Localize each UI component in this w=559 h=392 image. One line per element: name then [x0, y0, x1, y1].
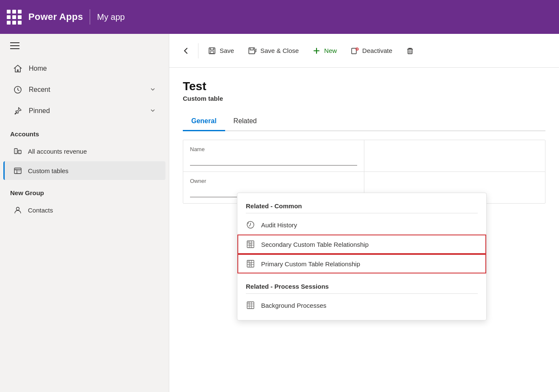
- dropdown-section-common-title: Related - Common: [237, 198, 486, 213]
- svg-rect-11: [247, 241, 254, 248]
- form-label-name: Name: [190, 146, 357, 152]
- form-cell-empty-1: [364, 140, 545, 171]
- sidebar-item-recent-label: Recent: [29, 86, 50, 94]
- page-title: Test: [183, 80, 545, 93]
- delete-button[interactable]: [400, 43, 420, 58]
- top-bar: Power Apps My app: [0, 0, 559, 34]
- table-icon: [14, 166, 22, 175]
- form-input-name[interactable]: [190, 155, 357, 166]
- toolbar: Save Save & Close New: [169, 34, 559, 68]
- new-group-section-label: New Group: [0, 181, 169, 200]
- dropdown-item-audit-history[interactable]: Audit History: [237, 215, 486, 235]
- svg-point-4: [17, 207, 19, 210]
- tab-general[interactable]: General: [183, 112, 225, 131]
- save-icon: [208, 47, 216, 55]
- save-label: Save: [220, 47, 234, 54]
- tab-related[interactable]: Related: [225, 112, 265, 131]
- history-icon: [246, 220, 255, 229]
- pin-icon: [14, 107, 22, 115]
- svg-rect-12: [247, 260, 254, 267]
- svg-rect-2: [18, 150, 21, 154]
- bg-process-icon: [246, 301, 255, 310]
- save-close-icon: [248, 47, 257, 55]
- page-subtitle: Custom table: [183, 95, 545, 102]
- dropdown-item-background-processes-label: Background Processes: [261, 302, 326, 309]
- dropdown-divider-2: [246, 293, 478, 294]
- sidebar: Home Recent Pinned: [0, 34, 169, 392]
- dropdown-item-secondary-custom-table[interactable]: Secondary Custom Table Relationship: [237, 235, 486, 254]
- save-close-label: Save & Close: [260, 47, 299, 54]
- sidebar-item-contacts-label: Contacts: [28, 207, 53, 214]
- delete-icon: [406, 47, 414, 55]
- pinned-chevron-icon: [150, 107, 155, 115]
- sidebar-item-all-accounts-label: All accounts revenue: [28, 148, 87, 155]
- dropdown-item-primary-custom-table[interactable]: Primary Custom Table Relationship: [237, 254, 486, 273]
- form-row-name: Name: [183, 140, 545, 172]
- save-close-button[interactable]: Save & Close: [242, 43, 305, 58]
- toolbar-divider-1: [198, 43, 198, 58]
- deactivate-button[interactable]: Deactivate: [344, 43, 398, 58]
- svg-rect-3: [14, 168, 21, 174]
- sidebar-item-contacts[interactable]: Contacts: [3, 201, 165, 219]
- back-arrow-icon: [181, 47, 190, 55]
- main-layout: Home Recent Pinned: [0, 34, 559, 392]
- new-plus-icon: [312, 47, 321, 55]
- app-name: My app: [97, 12, 125, 22]
- content-area: Save Save & Close New: [169, 34, 559, 392]
- recent-chevron-icon: [150, 86, 155, 94]
- page-content: Test Custom table General Related Name: [169, 68, 559, 392]
- sidebar-item-pinned-label: Pinned: [29, 107, 50, 115]
- accounts-icon: [14, 147, 22, 155]
- clock-icon: [14, 86, 22, 94]
- hamburger-button[interactable]: [0, 34, 169, 58]
- svg-rect-7: [249, 48, 255, 54]
- sidebar-item-home-label: Home: [29, 65, 47, 72]
- save-button[interactable]: Save: [202, 43, 240, 58]
- app-launcher-button[interactable]: [7, 10, 22, 25]
- related-dropdown: Related - Common Audit History: [237, 193, 487, 320]
- sidebar-item-custom-tables-label: Custom tables: [28, 167, 69, 174]
- tab-general-label: General: [191, 117, 217, 124]
- table-rel-icon-secondary: [246, 240, 255, 249]
- dropdown-item-audit-history-label: Audit History: [261, 221, 297, 229]
- sidebar-item-home[interactable]: Home: [3, 58, 165, 79]
- sidebar-nav: Home Recent Pinned: [0, 58, 169, 227]
- home-icon: [14, 64, 22, 73]
- table-rel-icon-primary: [246, 259, 255, 268]
- svg-rect-10: [408, 49, 412, 54]
- deactivate-label: Deactivate: [362, 47, 392, 54]
- deactivate-icon: [350, 47, 359, 55]
- sidebar-item-recent[interactable]: Recent: [3, 80, 165, 100]
- new-label: New: [324, 47, 337, 54]
- svg-point-14: [248, 303, 249, 304]
- back-button[interactable]: [176, 43, 195, 58]
- dropdown-item-secondary-custom-table-label: Secondary Custom Table Relationship: [261, 241, 369, 248]
- dropdown-section-process-title: Related - Process Sessions: [237, 279, 486, 293]
- accounts-section-label: Accounts: [0, 122, 169, 141]
- form-label-owner: Owner: [190, 178, 357, 184]
- dropdown-item-background-processes[interactable]: Background Processes: [237, 295, 486, 315]
- dropdown-divider-1: [246, 213, 478, 213]
- dropdown-item-primary-custom-table-label: Primary Custom Table Relationship: [261, 260, 360, 268]
- sidebar-item-custom-tables[interactable]: Custom tables: [3, 161, 165, 180]
- sidebar-item-pinned[interactable]: Pinned: [3, 101, 165, 121]
- tab-related-label: Related: [234, 117, 257, 124]
- top-bar-divider: [90, 9, 90, 25]
- svg-rect-6: [210, 51, 214, 53]
- svg-rect-5: [209, 48, 215, 54]
- hamburger-icon: [10, 42, 19, 49]
- new-button[interactable]: New: [306, 43, 343, 58]
- sidebar-item-all-accounts-revenue[interactable]: All accounts revenue: [3, 142, 165, 160]
- app-title: Power Apps: [28, 11, 83, 22]
- form-cell-name: Name: [183, 140, 364, 171]
- person-icon: [14, 206, 22, 214]
- tabs: General Related: [183, 112, 545, 131]
